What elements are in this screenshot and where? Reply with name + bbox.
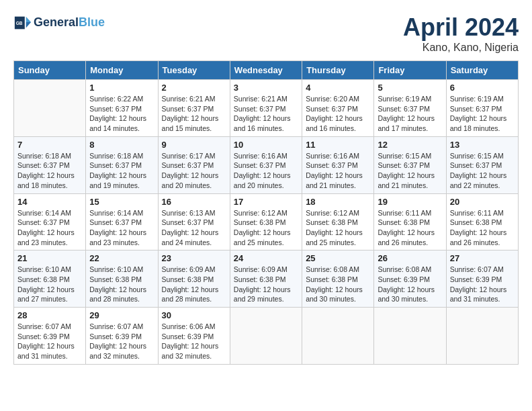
calendar-cell: 11Sunrise: 6:16 AMSunset: 6:37 PMDayligh… — [302, 136, 374, 193]
calendar-cell: 2Sunrise: 6:21 AMSunset: 6:37 PMDaylight… — [158, 80, 230, 137]
day-number: 22 — [89, 253, 154, 263]
calendar-cell: 28Sunrise: 6:07 AMSunset: 6:39 PMDayligh… — [14, 308, 86, 365]
day-info: Sunrise: 6:19 AMSunset: 6:37 PMDaylight:… — [450, 94, 515, 134]
calendar-cell: 19Sunrise: 6:11 AMSunset: 6:38 PMDayligh… — [374, 193, 446, 250]
day-header-tuesday: Tuesday — [158, 61, 230, 80]
day-number: 10 — [234, 140, 298, 150]
day-number: 26 — [378, 253, 442, 263]
day-info: Sunrise: 6:11 AMSunset: 6:38 PMDaylight:… — [378, 208, 442, 248]
day-number: 30 — [162, 310, 226, 320]
day-info: Sunrise: 6:21 AMSunset: 6:37 PMDaylight:… — [162, 94, 226, 134]
day-number: 7 — [17, 140, 82, 150]
day-number: 15 — [89, 197, 154, 207]
svg-text:GB: GB — [16, 21, 23, 26]
calendar-table: SundayMondayTuesdayWednesdayThursdayFrid… — [13, 60, 519, 365]
calendar-cell — [446, 308, 518, 365]
calendar-cell: 16Sunrise: 6:13 AMSunset: 6:37 PMDayligh… — [158, 193, 230, 250]
day-info: Sunrise: 6:12 AMSunset: 6:38 PMDaylight:… — [234, 208, 298, 248]
day-number: 20 — [450, 197, 515, 207]
day-info: Sunrise: 6:22 AMSunset: 6:37 PMDaylight:… — [89, 94, 154, 134]
calendar-cell — [302, 308, 374, 365]
header-row: SundayMondayTuesdayWednesdayThursdayFrid… — [14, 61, 519, 80]
calendar-cell: 12Sunrise: 6:15 AMSunset: 6:37 PMDayligh… — [374, 136, 446, 193]
calendar-cell: 15Sunrise: 6:14 AMSunset: 6:37 PMDayligh… — [86, 193, 158, 250]
day-info: Sunrise: 6:12 AMSunset: 6:38 PMDaylight:… — [306, 208, 370, 248]
day-info: Sunrise: 6:13 AMSunset: 6:37 PMDaylight:… — [162, 208, 226, 248]
day-info: Sunrise: 6:15 AMSunset: 6:37 PMDaylight:… — [450, 151, 515, 191]
day-info: Sunrise: 6:08 AMSunset: 6:39 PMDaylight:… — [378, 265, 442, 304]
day-number: 12 — [378, 140, 442, 150]
day-number: 13 — [450, 140, 515, 150]
day-number: 29 — [89, 310, 154, 320]
week-row-5: 28Sunrise: 6:07 AMSunset: 6:39 PMDayligh… — [14, 308, 519, 365]
day-info: Sunrise: 6:07 AMSunset: 6:39 PMDaylight:… — [89, 322, 154, 361]
calendar-cell: 22Sunrise: 6:10 AMSunset: 6:38 PMDayligh… — [86, 250, 158, 308]
week-row-4: 21Sunrise: 6:10 AMSunset: 6:38 PMDayligh… — [14, 250, 519, 308]
calendar-cell — [374, 308, 446, 365]
calendar-cell: 26Sunrise: 6:08 AMSunset: 6:39 PMDayligh… — [374, 250, 446, 308]
calendar-cell: 21Sunrise: 6:10 AMSunset: 6:38 PMDayligh… — [14, 250, 86, 308]
day-header-wednesday: Wednesday — [230, 61, 302, 80]
calendar-cell: 10Sunrise: 6:16 AMSunset: 6:37 PMDayligh… — [230, 136, 302, 193]
day-info: Sunrise: 6:14 AMSunset: 6:37 PMDaylight:… — [89, 208, 154, 248]
day-number: 17 — [234, 197, 298, 207]
day-header-thursday: Thursday — [302, 61, 374, 80]
day-header-friday: Friday — [374, 61, 446, 80]
day-header-monday: Monday — [86, 61, 158, 80]
week-row-2: 7Sunrise: 6:18 AMSunset: 6:37 PMDaylight… — [14, 136, 519, 193]
calendar-cell: 13Sunrise: 6:15 AMSunset: 6:37 PMDayligh… — [446, 136, 518, 193]
calendar-cell — [14, 80, 86, 137]
logo-text-general: General — [34, 15, 79, 29]
day-number: 21 — [17, 253, 82, 263]
day-info: Sunrise: 6:19 AMSunset: 6:37 PMDaylight:… — [378, 94, 442, 134]
calendar-cell: 1Sunrise: 6:22 AMSunset: 6:37 PMDaylight… — [86, 80, 158, 137]
day-header-sunday: Sunday — [14, 61, 86, 80]
day-info: Sunrise: 6:11 AMSunset: 6:38 PMDaylight:… — [450, 208, 515, 248]
calendar-cell: 30Sunrise: 6:06 AMSunset: 6:39 PMDayligh… — [158, 308, 230, 365]
day-header-saturday: Saturday — [446, 61, 518, 80]
location: Kano, Kano, Nigeria — [403, 42, 519, 54]
logo-text-blue: Blue — [79, 15, 105, 29]
calendar-cell: 8Sunrise: 6:18 AMSunset: 6:37 PMDaylight… — [86, 136, 158, 193]
day-info: Sunrise: 6:18 AMSunset: 6:37 PMDaylight:… — [17, 151, 82, 191]
day-number: 2 — [162, 83, 226, 93]
day-info: Sunrise: 6:18 AMSunset: 6:37 PMDaylight:… — [89, 151, 154, 191]
day-info: Sunrise: 6:07 AMSunset: 6:39 PMDaylight:… — [450, 265, 515, 304]
calendar-cell: 14Sunrise: 6:14 AMSunset: 6:37 PMDayligh… — [14, 193, 86, 250]
day-info: Sunrise: 6:17 AMSunset: 6:37 PMDaylight:… — [162, 151, 226, 191]
day-number: 25 — [306, 253, 370, 263]
day-number: 28 — [17, 310, 82, 320]
day-info: Sunrise: 6:07 AMSunset: 6:39 PMDaylight:… — [17, 322, 82, 361]
day-info: Sunrise: 6:09 AMSunset: 6:38 PMDaylight:… — [234, 265, 298, 304]
week-row-1: 1Sunrise: 6:22 AMSunset: 6:37 PMDaylight… — [14, 80, 519, 137]
day-info: Sunrise: 6:09 AMSunset: 6:38 PMDaylight:… — [162, 265, 226, 304]
day-info: Sunrise: 6:08 AMSunset: 6:38 PMDaylight:… — [306, 265, 370, 304]
title-section: April 2024 Kano, Kano, Nigeria — [403, 13, 519, 54]
calendar-cell: 25Sunrise: 6:08 AMSunset: 6:38 PMDayligh… — [302, 250, 374, 308]
day-number: 23 — [162, 253, 226, 263]
day-info: Sunrise: 6:16 AMSunset: 6:37 PMDaylight:… — [234, 151, 298, 191]
page-header: GB GeneralBlue April 2024 Kano, Kano, Ni… — [13, 13, 519, 54]
day-number: 16 — [162, 197, 226, 207]
month-title: April 2024 — [403, 13, 519, 42]
calendar-cell: 3Sunrise: 6:21 AMSunset: 6:37 PMDaylight… — [230, 80, 302, 137]
day-number: 1 — [89, 83, 154, 93]
day-number: 14 — [17, 197, 82, 207]
day-number: 6 — [450, 83, 515, 93]
week-row-3: 14Sunrise: 6:14 AMSunset: 6:37 PMDayligh… — [14, 193, 519, 250]
calendar-cell: 17Sunrise: 6:12 AMSunset: 6:38 PMDayligh… — [230, 193, 302, 250]
calendar-cell: 29Sunrise: 6:07 AMSunset: 6:39 PMDayligh… — [86, 308, 158, 365]
calendar-cell: 7Sunrise: 6:18 AMSunset: 6:37 PMDaylight… — [14, 136, 86, 193]
day-number: 3 — [234, 83, 298, 93]
day-info: Sunrise: 6:06 AMSunset: 6:39 PMDaylight:… — [162, 322, 226, 361]
calendar-cell: 24Sunrise: 6:09 AMSunset: 6:38 PMDayligh… — [230, 250, 302, 308]
calendar-cell: 9Sunrise: 6:17 AMSunset: 6:37 PMDaylight… — [158, 136, 230, 193]
day-number: 4 — [306, 83, 370, 93]
day-info: Sunrise: 6:16 AMSunset: 6:37 PMDaylight:… — [306, 151, 370, 191]
calendar-cell — [230, 308, 302, 365]
calendar-cell: 4Sunrise: 6:20 AMSunset: 6:37 PMDaylight… — [302, 80, 374, 137]
day-number: 9 — [162, 140, 226, 150]
day-info: Sunrise: 6:15 AMSunset: 6:37 PMDaylight:… — [378, 151, 442, 191]
day-number: 11 — [306, 140, 370, 150]
day-info: Sunrise: 6:10 AMSunset: 6:38 PMDaylight:… — [17, 265, 82, 304]
